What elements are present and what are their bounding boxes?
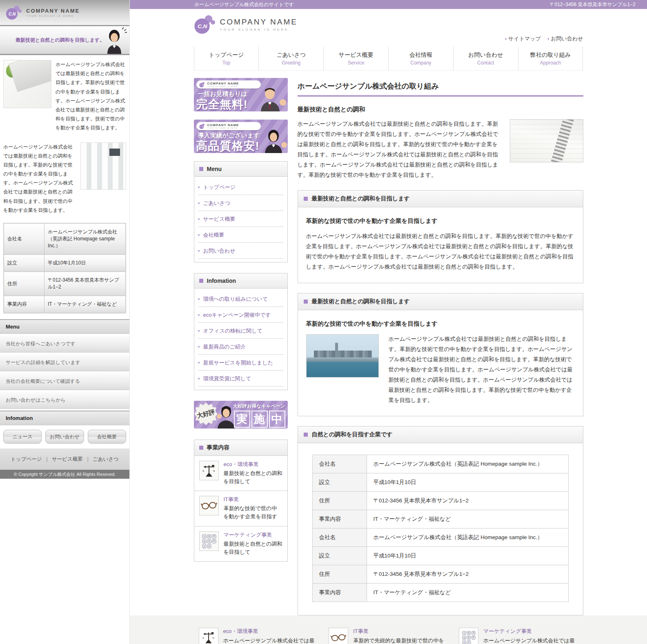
table-row: 事業内容 IT・マーケティング・福祉など [4,296,126,313]
table-value: IT・マーケティング・福祉など [44,296,126,313]
intro-section: 最新技術と自然との調和 ホームページサンプル株式会社では最新技術と自然との調和を… [298,106,583,180]
company-logo: C.N COMPANY NAME YOUR SLOGAN IS HERE [6,5,80,20]
page: C.N COMPANY NAME YOUR SLOGAN IS HERE 最新技… [0,0,647,644]
left-menu-header: Menu [0,319,129,334]
quality-banner[interactable]: C.N COMPANY NAME YOUR SLOGAN IS HERE 導入実… [194,120,288,153]
nav-item-top[interactable]: トップページ Top [194,47,259,70]
square-bullet-icon [304,433,308,437]
businessman-photo [258,86,288,111]
left-footer-links: トップページ サービス概要 ごあいさつ [0,449,129,470]
nav-item-company[interactable]: 会社情報 Company [388,47,453,70]
footer-link-eco[interactable]: eco・環境事業 [223,628,318,635]
info-link-eco-campaign[interactable]: ecoキャンペーン開催中です [198,307,283,323]
business-item-marketing: 789 456 12 マーケティング事業 最新技術と自然との調和を目指して [194,526,287,561]
company-logo-icon: C.N [199,82,206,88]
svg-text:7: 7 [204,535,205,538]
info-link-environment[interactable]: 環境への取り組みについて [198,291,283,307]
footer-column-it: IT事業 革新的で先鋭的な最新技術で世の中を動かす企業を目指します。 [329,628,448,644]
left-hero-banner: 最新技術と自然との調和を目指します。 [0,25,129,55]
left-copyright: © Copyright サンプル株式会社 All Rights Reseved. [0,470,129,479]
section-1-subheading: 革新的な技術で世の中を動かす企業を目指します [306,217,575,225]
company-logo-icon: C.N [194,14,217,35]
info-link-new-products[interactable]: 最新商品のご紹介 [198,339,283,355]
info-link-award[interactable]: 環境賞受賞に関して [198,371,283,386]
sidebar-menu-link-greeting[interactable]: ごあいさつ [198,195,283,211]
contact-link[interactable]: お問い合わせ [547,35,583,42]
nav-item-service[interactable]: サービス概要 Service [323,47,388,70]
campaign-lead-text: 大好評お得なキャペーン [233,403,285,409]
square-bullet-icon [199,167,203,171]
table-row: 住所 〒012-3456 見本県見本市サンプル1−2 [312,565,568,584]
company-logo-icon: C.N [6,5,23,20]
info-link-new-service[interactable]: 新規サービスを開始しました [198,355,283,371]
left-menu-item-service[interactable]: サービスの詳細を解説しています [0,353,129,371]
left-panel-header: C.N COMPANY NAME YOUR SLOGAN IS HERE [0,0,129,25]
left-footer-link-greeting[interactable]: ごあいさつ [85,456,119,463]
section-2-text: ホームページサンプル株式会社では最新技術と自然との調和を目指します。革新的な技術… [389,334,575,406]
business-item-eco: S N eco・環境事業 最新技術と自然との調和を目指して [194,456,287,491]
info-link-office-move[interactable]: オフィスの移転に関して [198,323,283,339]
left-footer-link-top[interactable]: トップページ [11,456,42,463]
contact-button[interactable]: お問い合わせ [45,430,84,444]
sidebar-menu-link-top[interactable]: トップページ [198,179,283,195]
brand-slogan: YOUR SLOGAN IS HERE [220,28,298,31]
office-photo [80,142,126,190]
svg-text:S: S [202,470,204,472]
square-bullet-icon [199,446,203,450]
footer-link-it[interactable]: IT事業 [353,628,448,635]
campaign-banner[interactable]: 大好評 大好評お得なキャペーン 実 施 [194,401,288,429]
company-info-table: 会社名 ホームページサンプル株式会社（英語表記 Homepage sample … [312,455,569,602]
company-logo[interactable]: C.N COMPANY NAME YOUR SLOGAN IS HERE [194,14,583,35]
table-row: 会社名 ホームページサンプル株式会社 （英語表記 Homepage sample… [4,223,126,255]
glasses-photo [329,628,348,644]
news-button[interactable]: ニュース [3,430,42,444]
table-row: 会社名 ホームページサンプル株式会社（英語表記 Homepage sample … [312,529,568,547]
global-nav: トップページ Top ごあいさつ Greeting サービス概要 Service… [194,47,583,71]
svg-text:C.N: C.N [9,12,16,16]
sitemap-link[interactable]: サイトマップ [505,35,541,42]
svg-text:N: N [213,470,215,472]
left-menu-item-contact[interactable]: お問い合わせはこちらから [0,391,129,409]
section-2-subheading: 革新的な技術で世の中を動かす企業を目指します [306,320,575,328]
banner-main-text: 高品質格安! [196,138,260,153]
table-row: 設立 平成10年1月10日 [312,473,568,492]
left-menu-item-company[interactable]: 当社の会社概要について確認する [0,372,129,390]
svg-text:1: 1 [464,642,465,644]
left-content-block-1: ホームページサンプル株式会社では最新技術と自然との調和を目指します。革新的な技術… [0,55,129,138]
nav-item-greeting[interactable]: ごあいさつ Greeting [258,47,323,70]
topbar: ホームページサンプル株式会社のサイトです 〒012−3456 見本県見本市サンプ… [130,0,647,9]
company-button[interactable]: 会社概要 [88,430,126,444]
svg-text:2: 2 [468,642,469,644]
sidebar-menu-link-company[interactable]: 会社概要 [198,227,283,243]
left-footer-link-service[interactable]: サービス概要 [44,456,83,463]
svg-text:8: 8 [468,632,469,634]
table-label: 事業内容 [4,296,44,313]
desk-photo [3,60,51,108]
keypad-icon: 789 456 12 [202,534,216,549]
table-row: 住所 〒012-3456 見本県見本市サンプル1−2 [4,272,126,296]
free-estimate-banner[interactable]: C.N COMPANY NAME YOUR SLOGAN IS HERE 一括お… [194,78,288,111]
business-link-eco[interactable]: eco・環境事業 [224,461,282,468]
nav-item-approach[interactable]: 弊社の取り組み Approach [518,47,583,70]
table-row: 事業内容 IT・マーケティング・福祉など [312,584,568,602]
footer-link-marketing[interactable]: マーケティング事業 [483,628,578,635]
brand-slogan: YOUR SLOGAN IS HERE [26,15,80,17]
sidebar-menu-link-service[interactable]: サービス概要 [198,211,283,227]
left-menu-item-greeting[interactable]: 当社から皆様へごあいさつです [0,335,129,353]
header-utility-links: サイトマップ お問い合わせ [505,35,583,42]
sidebar-infomation-box: Infomation 環境への取り組みについて ecoキャンペーン開催中です オ… [194,273,288,390]
glasses-photo [199,496,219,515]
left-content-block-2: ホームページサンプル株式会社では最新技術と自然との調和を目指します。革新的な技術… [0,138,129,220]
sidebar-menu-link-contact[interactable]: お問い合わせ [198,243,283,259]
section-1-text: ホームページサンプル株式会社では最新技術と自然との調和を目指します。革新的な技術… [306,231,575,272]
business-link-marketing[interactable]: マーケティング事業 [224,531,282,539]
business-link-it[interactable]: IT事業 [224,496,282,503]
nav-item-contact[interactable]: お問い合わせ Contact [453,47,518,70]
left-block-2-text: ホームページサンプル株式会社では最新技術と自然との調和を目指します。革新的な技術… [3,142,76,215]
topbar-address: 〒012−3456 見本県見本市サンプル1−2 [549,1,636,8]
left-menu: 当社から皆様へごあいさつです サービスの詳細を解説しています 当社の会社概要につ… [0,335,129,409]
main-site: ホームページサンプル株式会社のサイトです 〒012−3456 見本県見本市サンプ… [130,0,647,644]
square-bullet-icon [199,279,203,283]
left-infomation-header: Infomation [0,411,129,425]
keypad-icon: 789 456 12 [462,631,476,644]
